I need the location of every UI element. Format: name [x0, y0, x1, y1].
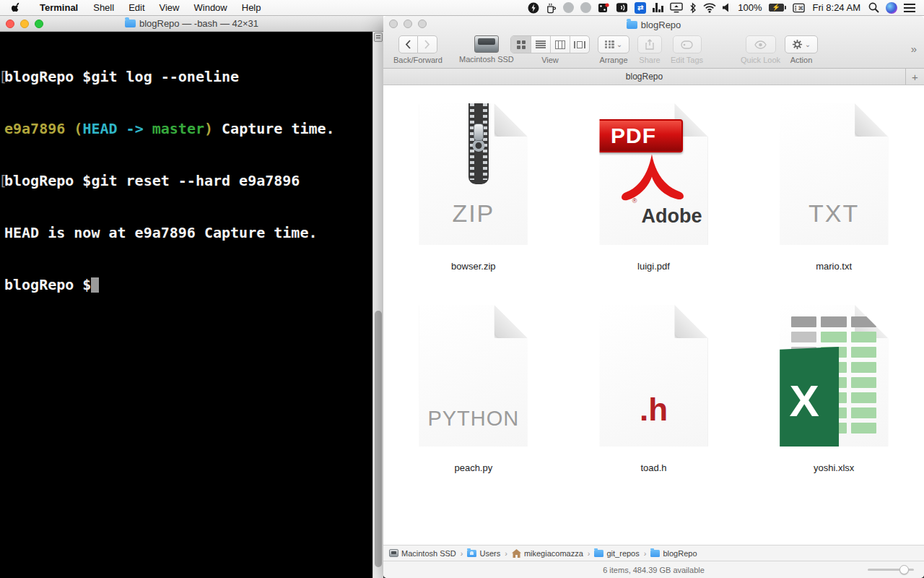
folder-icon [650, 550, 660, 557]
breadcrumb-users[interactable]: Users [467, 549, 500, 558]
share-button[interactable] [637, 35, 662, 53]
file-name[interactable]: yoshi.xlsx [814, 462, 854, 473]
finder-header: blogRepo Back/Forward Macintosh SSD [383, 16, 924, 69]
toolbar-overflow-button[interactable]: » [911, 43, 917, 55]
status-dot-icon[interactable] [563, 2, 574, 13]
file-name[interactable]: bowser.zip [451, 261, 495, 272]
action-label: Action [790, 56, 813, 64]
gear-icon [792, 39, 803, 50]
folder-proxy-icon [125, 20, 136, 27]
arrange-label: Arrange [599, 56, 627, 64]
scrollbar-thumb[interactable] [375, 311, 382, 567]
list-view-button[interactable] [531, 36, 550, 53]
header-file-icon: .h [599, 305, 707, 447]
zoom-button[interactable] [418, 20, 427, 28]
coverflow-view-button[interactable] [570, 36, 589, 53]
cpu-bars-icon[interactable] [653, 3, 663, 12]
close-button[interactable] [6, 20, 14, 28]
zoom-button[interactable] [35, 20, 43, 28]
minimize-button[interactable] [20, 20, 29, 28]
file-toad-h[interactable]: .h toad.h [581, 305, 725, 473]
finder-title-bar[interactable]: blogRepo [383, 16, 924, 34]
breadcrumb-home[interactable]: mikegiacomazza [512, 549, 583, 558]
icon-view-button[interactable] [511, 36, 531, 53]
menu-bar: Terminal Shell Edit View Window Help ⇄ 1… [0, 0, 924, 16]
menu-help[interactable]: Help [235, 0, 269, 15]
split-pane-icon[interactable] [374, 33, 383, 42]
drive-icon [389, 549, 398, 557]
forward-button[interactable] [418, 35, 437, 53]
terminal-title-bar[interactable]: blogRepo — -bash — 42×31 [0, 16, 383, 32]
tab-blogrepo[interactable]: blogRepo [383, 69, 905, 85]
screen-broadcast-icon[interactable] [616, 0, 628, 16]
hard-drive-icon[interactable] [474, 35, 499, 53]
menubar-clock[interactable]: Fri 8:24 AM [813, 2, 860, 13]
keyboard-icon[interactable]: ⌘ [793, 0, 805, 16]
finder-toolbar: Back/Forward Macintosh SSD View ⌄ [383, 34, 924, 69]
breadcrumb-separator: › [461, 549, 463, 558]
file-name[interactable]: mario.txt [816, 261, 852, 272]
dice-icon[interactable] [598, 0, 609, 16]
file-name[interactable]: luigi.pdf [637, 261, 670, 272]
teamviewer-icon[interactable]: ⇄ [635, 2, 646, 14]
breadcrumb-separator: › [588, 549, 590, 558]
breadcrumb-blogrepo[interactable]: blogRepo [650, 549, 697, 558]
terminal-content[interactable]: [blogRepo $git log --oneline] e9a7896 (H… [0, 32, 383, 578]
close-button[interactable] [389, 20, 398, 28]
menu-edit[interactable]: Edit [121, 0, 152, 15]
column-view-button[interactable] [550, 36, 570, 53]
icon-size-slider[interactable] [868, 569, 914, 571]
display-mirroring-icon[interactable] [670, 0, 683, 16]
file-bowser-zip[interactable]: ZIP bowser.zip [401, 103, 546, 272]
device-item[interactable]: Macintosh SSD [459, 35, 514, 64]
breadcrumb-separator: › [644, 549, 647, 558]
bolt-circle-icon[interactable] [528, 0, 539, 16]
menu-view[interactable]: View [152, 0, 187, 15]
excel-cover-icon: X [770, 347, 839, 454]
edit-tags-button[interactable] [673, 35, 702, 53]
apple-menu[interactable] [0, 2, 32, 14]
spotlight-search-icon[interactable] [868, 0, 879, 16]
status-dot-icon[interactable] [580, 2, 591, 13]
share-label: Share [639, 56, 660, 64]
bluetooth-icon[interactable] [689, 0, 697, 16]
users-folder-icon [467, 550, 476, 557]
breadcrumb-macintosh-ssd[interactable]: Macintosh SSD [389, 549, 456, 558]
terminal-prompt-line: blogRepo $ [4, 276, 369, 293]
wifi-icon[interactable] [703, 0, 716, 16]
back-forward-label: Back/Forward [393, 56, 443, 64]
finder-window: blogRepo Back/Forward Macintosh SSD [383, 16, 924, 578]
file-name[interactable]: toad.h [640, 462, 666, 473]
file-name[interactable]: peach.py [454, 462, 492, 473]
h-icon-text: .h [599, 392, 707, 428]
file-mario-txt[interactable]: TXT mario.txt [762, 103, 906, 272]
action-button[interactable]: ⌄ [785, 35, 818, 53]
back-button[interactable] [398, 35, 418, 53]
apple-icon [12, 2, 22, 14]
finder-content[interactable]: ZIP bowser.zip PDF ® Adobe luigi.pdf [383, 85, 924, 545]
notification-center-icon[interactable] [904, 4, 915, 12]
arrange-button[interactable]: ⌄ [598, 35, 629, 53]
minimize-button[interactable] [404, 20, 412, 28]
registered-mark: ® [632, 197, 637, 204]
new-tab-button[interactable]: + [905, 69, 924, 85]
quick-look-button[interactable] [746, 35, 776, 53]
menu-shell[interactable]: Shell [86, 0, 121, 15]
battery-percentage: 100% [738, 2, 762, 13]
battery-icon[interactable]: ⚡ [769, 0, 786, 16]
breadcrumb-separator: › [505, 549, 507, 558]
status-text: 6 items, 484.39 GB available [603, 566, 705, 574]
txt-icon-text: TXT [780, 199, 888, 228]
file-luigi-pdf[interactable]: PDF ® Adobe luigi.pdf [581, 103, 725, 272]
menu-terminal[interactable]: Terminal [32, 0, 86, 15]
slider-knob[interactable] [899, 565, 909, 574]
file-peach-py[interactable]: PYTHON peach.py [401, 305, 546, 473]
mug-icon[interactable] [546, 0, 557, 16]
menu-window[interactable]: Window [187, 0, 235, 15]
share-item: Share [637, 35, 662, 64]
siri-icon[interactable] [886, 2, 897, 14]
terminal-scrollbar[interactable] [372, 32, 383, 578]
breadcrumb-git-repos[interactable]: git_repos [594, 549, 639, 558]
file-yoshi-xlsx[interactable]: X yoshi.xlsx [762, 305, 906, 473]
volume-icon[interactable] [723, 0, 731, 16]
